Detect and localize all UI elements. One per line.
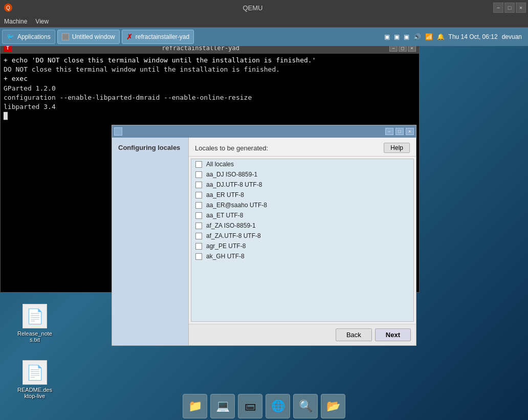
locale-item-6[interactable]: af_ZA.UTF-8 UTF-8 — [191, 231, 413, 241]
locale-checkbox-7[interactable] — [195, 243, 202, 250]
terminal-line-3: + exec — [4, 74, 416, 83]
menu-bar: Machine View — [0, 15, 528, 28]
locale-checkbox-2[interactable] — [195, 192, 202, 198]
locale-item-7[interactable]: agr_PE UTF-8 — [191, 241, 413, 251]
locale-checkbox-8[interactable] — [195, 253, 202, 260]
dialog-footer: Back Next — [189, 324, 416, 345]
dialog-body: Configuring locales Locales to be genera… — [112, 138, 416, 345]
locale-label-4: aa_ET UTF-8 — [206, 212, 243, 219]
drive-btn[interactable]: 🖴 — [238, 394, 262, 418]
applications-btn[interactable]: 🐦 Applications — [2, 30, 55, 44]
clock: Thu 14 Oct, 06:12 — [449, 33, 498, 40]
next-button[interactable]: Next — [375, 328, 411, 341]
display-icon: ▣ — [384, 33, 390, 40]
locale-checkbox-3[interactable] — [195, 202, 202, 209]
taskbar-right: ▣ ▣ ▣ 🔊 📶 🔔 Thu 14 Oct, 06:12 devuan — [384, 33, 526, 40]
applications-label: Applications — [17, 33, 51, 40]
dialog-app-icon — [114, 127, 122, 136]
locale-label-8: ak_GH UTF-8 — [206, 253, 245, 260]
locales-list[interactable]: All locales aa_DJ ISO-8859-1 aa_DJ.UTF-8… — [191, 159, 414, 322]
qemu-minimize-btn[interactable]: − — [493, 3, 503, 13]
locale-label-2: aa_ER UTF-8 — [206, 191, 244, 198]
untitled-window-label: Untitled window — [72, 33, 115, 40]
search-btn[interactable]: 🔍 — [293, 394, 318, 418]
terminal-line-4: GParted 1.2.0 — [4, 84, 416, 93]
refracta-btn[interactable]: ✗ refractainstaller-yad — [122, 30, 194, 44]
locale-item-5[interactable]: af_ZA ISO-8859-1 — [191, 220, 413, 231]
qemu-window-controls: − □ × — [493, 3, 526, 13]
locale-checkbox-4[interactable] — [195, 212, 202, 219]
bell-icon[interactable]: 🔔 — [437, 33, 445, 40]
locale-item-2[interactable]: aa_ER UTF-8 — [191, 190, 413, 200]
terminal-line-5: configuration --enable-libparted-dmraid … — [4, 93, 416, 102]
terminal-line-2: DO NOT close this terminal window until … — [4, 65, 416, 74]
app-taskbar: 🐦 Applications Untitled window ✗ refract… — [0, 28, 528, 46]
dialog-sidebar: Configuring locales — [112, 138, 189, 345]
locale-label-6: af_ZA.UTF-8 UTF-8 — [206, 232, 261, 239]
refracta-icon: ✗ — [126, 33, 133, 41]
locales-header-title: Locales to be generated: — [195, 144, 268, 152]
locale-item-all[interactable]: All locales — [191, 159, 413, 169]
bottom-dock: 📁 💻 🖴 🌐 🔍 📂 — [0, 392, 528, 420]
menu-machine[interactable]: Machine — [4, 18, 27, 25]
locale-label-1: aa_DJ.UTF-8 UTF-8 — [206, 181, 262, 188]
terminal-line-6: libparted 3.4 — [4, 102, 416, 112]
terminal-line-1: + echo 'DO NOT close this terminal windo… — [4, 56, 416, 65]
locale-item-3[interactable]: aa_ER@saaho UTF-8 — [191, 200, 413, 210]
locale-checkbox-all[interactable] — [195, 161, 202, 168]
locale-item-1[interactable]: aa_DJ.UTF-8 UTF-8 — [191, 180, 413, 190]
dialog-close-btn[interactable]: × — [406, 128, 414, 135]
qemu-titlebar: Q QEMU − □ × — [0, 0, 528, 15]
locale-label-3: aa_ER@saaho UTF-8 — [206, 202, 267, 209]
folder-btn[interactable]: 📂 — [321, 394, 345, 418]
username: devuan — [502, 33, 522, 40]
release-notes-label: Release_notes.txt — [16, 330, 53, 343]
locale-checkbox-6[interactable] — [195, 233, 202, 239]
help-button[interactable]: Help — [384, 143, 410, 153]
locale-label-5: af_ZA ISO-8859-1 — [206, 222, 256, 229]
display-icon3: ▣ — [404, 33, 409, 40]
locale-checkbox-0[interactable] — [195, 171, 202, 178]
qemu-icon: Q — [4, 4, 12, 12]
browser-btn[interactable]: 🌐 — [266, 394, 290, 418]
locale-item-8[interactable]: ak_GH UTF-8 — [191, 251, 413, 261]
network-icon[interactable]: 📶 — [425, 33, 433, 40]
qemu-maximize-btn[interactable]: □ — [504, 3, 515, 13]
dialog-header: Locales to be generated: Help — [189, 138, 416, 157]
untitled-window-btn[interactable]: Untitled window — [57, 30, 120, 44]
locale-checkbox-5[interactable] — [195, 223, 202, 229]
dialog-window: − □ × Configuring locales Locales to be … — [112, 125, 416, 346]
release-notes-file-icon: 📄 — [23, 304, 47, 328]
display-icon2: ▣ — [394, 33, 400, 40]
release-notes-icon[interactable]: 📄 Release_notes.txt — [14, 302, 55, 345]
file-manager-btn[interactable]: 📁 — [183, 394, 207, 418]
locale-checkbox-1[interactable] — [195, 182, 202, 188]
locale-label-0: aa_DJ ISO-8859-1 — [206, 171, 257, 178]
dialog-titlebar: − □ × — [112, 125, 416, 138]
qemu-close-btn[interactable]: × — [516, 3, 526, 13]
dialog-minimize-btn[interactable]: − — [385, 128, 393, 135]
locale-label-7: agr_PE UTF-8 — [206, 242, 246, 250]
applications-icon: 🐦 — [7, 33, 14, 40]
dialog-sidebar-label: Configuring locales — [118, 144, 182, 151]
terminal-btn[interactable]: 💻 — [210, 394, 235, 418]
qemu-title: QEMU — [12, 4, 493, 12]
volume-icon[interactable]: 🔊 — [413, 33, 421, 40]
locale-item-0[interactable]: aa_DJ ISO-8859-1 — [191, 169, 413, 180]
readme-file-icon: 📄 — [23, 360, 47, 385]
menu-view[interactable]: View — [35, 18, 49, 25]
refracta-label: refractainstaller-yad — [136, 33, 189, 40]
untitled-window-icon — [62, 33, 69, 40]
dialog-main: Locales to be generated: Help All locale… — [189, 138, 416, 345]
back-button[interactable]: Back — [336, 328, 372, 341]
terminal-cursor-line — [4, 112, 416, 121]
locale-item-4[interactable]: aa_ET UTF-8 — [191, 210, 413, 220]
locale-label-all: All locales — [206, 161, 234, 168]
dialog-maximize-btn[interactable]: □ — [395, 128, 404, 135]
